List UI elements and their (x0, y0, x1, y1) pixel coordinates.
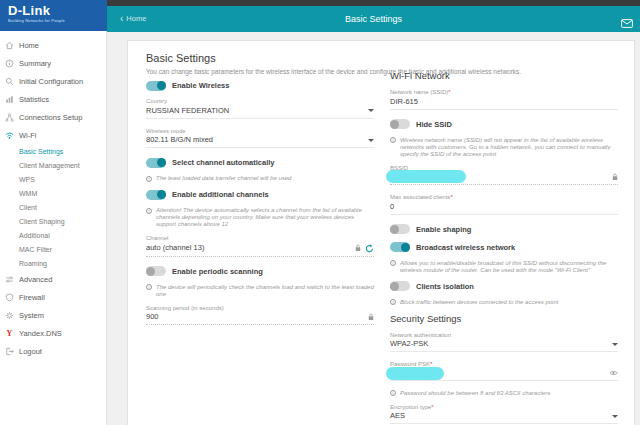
sidebar-item-yandex-dns[interactable]: Y Yandex.DNS (0, 324, 106, 342)
settings-card: Basic Settings You can change basic para… (127, 40, 635, 425)
wifi-icon (5, 131, 14, 140)
note-info-icon: i (146, 176, 152, 182)
sidebar-item-system[interactable]: System (0, 306, 106, 324)
back-to-home-link[interactable]: ‹ Home (120, 14, 146, 23)
home-icon (5, 41, 14, 50)
yandex-icon: Y (5, 329, 14, 338)
sidebar-item-wifi[interactable]: Wi-Fi (0, 126, 106, 144)
network-authentication-select[interactable]: Network authentication WPA2-PSK (390, 332, 618, 353)
sidebar-item-home[interactable]: Home (0, 36, 106, 54)
password-note: i Password should be between 8 and 63 AS… (390, 390, 618, 397)
password-psk-input[interactable]: Password PSK* (390, 361, 618, 381)
encryption-type-select[interactable]: Encryption type* AES (390, 404, 618, 425)
scanning-period-field: Scanning period (in seconds) 900 (146, 305, 374, 326)
sidebar: Home Summary Initial Configuration Stati… (0, 31, 107, 425)
chevron-down-icon (612, 343, 618, 346)
hide-ssid-label: Hide SSID (416, 120, 452, 129)
hide-ssid-toggle[interactable] (390, 119, 410, 129)
additional-channels-toggle[interactable] (146, 190, 166, 200)
sidebar-subitem-client-shaping[interactable]: Client Shaping (0, 214, 106, 228)
periodic-scanning-label: Enable periodic scanning (172, 267, 263, 276)
redaction-highlight (386, 170, 466, 183)
periodic-scanning-note: i The device will periodically check the… (146, 284, 374, 298)
sliders-icon (5, 275, 14, 284)
redaction-highlight (386, 367, 444, 380)
country-select[interactable]: Country RUSSIAN FEDERATION (146, 98, 374, 119)
gear-icon (5, 311, 14, 320)
refresh-icon[interactable] (365, 244, 374, 253)
router-admin-page: D-Link Building Networks for People ‹ Ho… (0, 0, 640, 425)
right-column: Wi-Fi Network Network name (SSID)* DIR-6… (390, 70, 618, 425)
wireless-mode-select[interactable]: Wireless mode 802.11 B/G/N mixed (146, 128, 374, 149)
sidebar-subitem-roaming[interactable]: Roaming (0, 256, 106, 270)
wifi-network-section-title: Wi-Fi Network (390, 70, 618, 81)
clients-isolation-note: i Block traffic between devices connecte… (390, 299, 618, 306)
enable-wireless-toggle[interactable] (146, 81, 166, 91)
sidebar-subitem-wmm[interactable]: WMM (0, 186, 106, 200)
clients-isolation-label: Clients isolation (416, 282, 474, 291)
broadcast-network-toggle[interactable] (390, 242, 410, 252)
page-header-title: Basic Settings (345, 14, 402, 24)
note-info-icon: i (390, 390, 396, 396)
magnifier-icon (5, 77, 14, 86)
required-mark: * (448, 89, 450, 95)
chevron-down-icon (612, 415, 618, 418)
select-channel-auto-toggle[interactable] (146, 158, 166, 168)
sidebar-subitem-wps[interactable]: WPS (0, 172, 106, 186)
note-info-icon: i (390, 260, 396, 266)
sidebar-subitem-client-management[interactable]: Client Management (0, 158, 106, 172)
bssid-field: BSSID (390, 165, 618, 186)
security-section-title: Security Settings (390, 313, 618, 324)
brand-tagline: Building Networks for People (8, 18, 107, 23)
sidebar-subitem-mac-filter[interactable]: MAC Filter (0, 242, 106, 256)
sidebar-item-connections-setup[interactable]: Connections Setup (0, 108, 106, 126)
broadcast-network-label: Broadcast wireless network (416, 243, 515, 252)
required-mark: * (450, 194, 452, 200)
topbar: ‹ Home Basic Settings (107, 6, 640, 32)
lock-icon (368, 313, 374, 321)
enable-wireless-label: Enable Wireless (172, 81, 229, 90)
lock-icon (612, 173, 618, 181)
clients-isolation-toggle[interactable] (390, 281, 410, 291)
show-password-eye-icon[interactable] (609, 370, 618, 376)
note-info-icon: i (390, 299, 396, 305)
bar-chart-icon (5, 95, 14, 104)
network-nodes-icon (5, 113, 14, 122)
sidebar-item-statistics[interactable]: Statistics (0, 90, 106, 108)
sidebar-item-initial-configuration[interactable]: Initial Configuration (0, 72, 106, 90)
broadcast-network-note: i Allows you to enable/disable broadcast… (390, 260, 618, 274)
select-channel-auto-label: Select channel automatically (172, 158, 275, 167)
sidebar-item-advanced[interactable]: Advanced (0, 270, 106, 288)
select-channel-note: i The least loaded data transfer channel… (146, 175, 374, 182)
logout-icon (5, 347, 14, 356)
shield-icon (5, 293, 14, 302)
max-clients-input[interactable]: Max associated clients* 0 (390, 194, 618, 215)
enable-shaping-toggle[interactable] (390, 224, 410, 234)
note-info-icon: i (146, 284, 152, 290)
additional-channels-label: Enable additional channels (172, 190, 269, 199)
info-icon (5, 59, 14, 68)
sidebar-subitem-client[interactable]: Client (0, 200, 106, 214)
required-mark: * (431, 404, 433, 410)
chevron-down-icon (368, 109, 374, 112)
sidebar-item-summary[interactable]: Summary (0, 54, 106, 72)
chevron-down-icon (368, 139, 374, 142)
lock-icon (355, 244, 361, 252)
sidebar-item-firewall[interactable]: Firewall (0, 288, 106, 306)
back-label: Home (126, 14, 146, 23)
sidebar-subitem-additional[interactable]: Additional (0, 228, 106, 242)
sidebar-item-logout[interactable]: Logout (0, 342, 106, 360)
hide-ssid-note: i Wireless network name (SSID) will not … (390, 137, 618, 158)
sidebar-subitem-basic-settings[interactable]: Basic Settings (0, 144, 106, 158)
channel-field: Channel auto (channel 13) (146, 235, 374, 257)
brand-name: D-Link (8, 4, 107, 18)
back-chevron-icon: ‹ (120, 15, 123, 23)
periodic-scanning-toggle[interactable] (146, 266, 166, 276)
ssid-input[interactable]: Network name (SSID)* DIR-615 (390, 89, 618, 110)
note-info-icon: i (146, 208, 152, 214)
mail-icon[interactable] (621, 14, 633, 32)
dlink-logo: D-Link Building Networks for People (0, 0, 107, 31)
enable-shaping-label: Enable shaping (416, 225, 471, 234)
additional-channels-note: i Attention! The device automatically se… (146, 207, 374, 228)
left-column: Enable Wireless Country RUSSIAN FEDERATI… (146, 80, 374, 334)
